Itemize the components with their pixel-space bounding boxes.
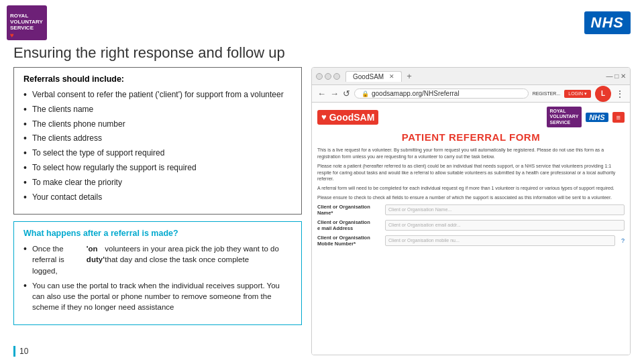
after-referral-box: What happens after a referral is made? O… [13, 221, 302, 325]
hamburger-menu-icon[interactable]: ≡ [612, 112, 625, 123]
browser-content: ♥ GoodSAM ROYALVOLUNTARYSERVICE NHS ≡ PA… [312, 103, 630, 355]
login-button[interactable]: LOGIN ▾ [564, 90, 591, 98]
browser-menu-icon[interactable]: ⋮ [615, 88, 625, 99]
referrals-list: Verbal consent to refer the patient ('cl… [23, 89, 292, 202]
list-item: To make clear the priority [23, 177, 292, 188]
browser-window: GoodSAM ✕ + — □ ✕ ← → ↺ 🔒 goodsamapp.org… [311, 67, 631, 355]
browser-titlebar: GoodSAM ✕ + — □ ✕ [312, 68, 630, 85]
rvs-small-logo: ROYALVOLUNTARYSERVICE [547, 107, 582, 127]
list-item: Once the referral is logged, 'on duty' v… [23, 243, 292, 276]
goodsam-brand-text: GoodSAM [329, 112, 375, 123]
form-label-name: Client or OrganisationName* [317, 204, 381, 216]
input-placeholder: Client or Organisation Name... [388, 207, 451, 212]
info-text-1: This is a live request for a volunteer. … [317, 147, 625, 160]
form-row-mobile: Client or OrganisationMobile Number* Cli… [317, 235, 625, 247]
nhs-small-logo: NHS [586, 113, 608, 122]
content-area: Referrals should include: Verbal consent… [0, 67, 644, 355]
register-label: REGISTER... [533, 91, 561, 96]
page-title: Ensuring the right response and follow u… [0, 43, 644, 67]
tab-add-icon[interactable]: + [407, 71, 412, 81]
help-icon[interactable]: ? [621, 237, 625, 244]
list-item: The clients name [23, 104, 292, 115]
tab-close-icon[interactable]: ✕ [389, 73, 394, 80]
list-item: To select the type of support required [23, 147, 292, 159]
page-bar [13, 346, 15, 357]
lock-icon: 🔒 [362, 90, 369, 97]
refresh-button[interactable]: ↺ [343, 88, 350, 99]
form-input-name[interactable]: Client or Organisation Name... [385, 204, 625, 215]
top-bar: ROYAL VOLUNTARY SERVICE ♥ NHS [0, 0, 644, 43]
list-item: You can use the portal to track when the… [23, 280, 292, 312]
input-placeholder: Client or Organisation mobile nu... [388, 238, 460, 243]
list-item: To select how regularly the support is r… [23, 162, 292, 174]
referrals-box: Referrals should include: Verbal consent… [13, 67, 302, 215]
info-text-3: A referral form will need to be complete… [317, 185, 625, 192]
input-placeholder: Client or Organisation email addr... [388, 223, 461, 227]
form-input-email[interactable]: Client or Organisation email addr... [385, 220, 625, 231]
patient-referral-title: PATIENT REFERRAL FORM [317, 131, 625, 143]
back-button[interactable]: ← [317, 88, 326, 99]
after-referral-heading: What happens after a referral is made? [23, 229, 292, 238]
list-item: Verbal consent to refer the patient ('cl… [23, 89, 292, 101]
browser-close-btn[interactable] [316, 73, 323, 80]
list-item: Your contact details [23, 192, 292, 203]
user-avatar: L [601, 90, 605, 97]
form-row-email: Client or Organisatione mail Address Cli… [317, 219, 625, 231]
left-panel: Referrals should include: Verbal consent… [13, 67, 302, 355]
rvs-logo: ROYAL VOLUNTARY SERVICE ♥ [7, 5, 47, 40]
form-label-email: Client or Organisatione mail Address [317, 219, 381, 231]
tab-label: GoodSAM [353, 73, 384, 80]
svg-text:VOLUNTARY: VOLUNTARY [10, 19, 44, 25]
info-text-4: Please ensure to check to check all fiel… [317, 194, 625, 201]
page-number: 10 [19, 347, 28, 356]
referrals-heading: Referrals should include: [23, 74, 292, 84]
header-logos: ROYALVOLUNTARYSERVICE NHS ≡ [547, 107, 625, 127]
address-bar[interactable]: 🔒 goodsamapp.org/NHSreferral [354, 88, 529, 99]
form-row-name: Client or OrganisationName* Client or Or… [317, 204, 625, 216]
goodsam-logo: ♥ GoodSAM [317, 110, 378, 125]
goodsam-logo-block: ♥ GoodSAM [317, 110, 378, 125]
svg-text:ROYAL: ROYAL [10, 13, 28, 19]
nhs-logo: NHS [584, 11, 631, 34]
page-number-area: 10 [13, 346, 28, 357]
browser-max-btn[interactable] [333, 73, 340, 80]
url-text: goodsamapp.org/NHSreferral [372, 90, 460, 97]
forward-button[interactable]: → [330, 88, 339, 99]
list-item: The clients phone number [23, 119, 292, 130]
heart-icon: ♥ [321, 112, 327, 122]
browser-tab[interactable]: GoodSAM ✕ [345, 71, 402, 82]
form-label-mobile: Client or OrganisationMobile Number* [317, 235, 381, 247]
bold-text: 'on duty' [87, 243, 105, 265]
form-input-mobile[interactable]: Client or Organisation mobile nu... [385, 235, 615, 246]
svg-text:♥: ♥ [10, 32, 14, 39]
window-controls: — □ ✕ [606, 72, 626, 80]
browser-min-btn[interactable] [325, 73, 331, 80]
info-text-2: Please note a patient (hereafter referre… [317, 163, 625, 182]
login-area: REGISTER... LOGIN ▾ [533, 90, 591, 98]
list-item: The clients address [23, 133, 292, 144]
browser-addressbar: ← → ↺ 🔒 goodsamapp.org/NHSreferral REGIS… [312, 85, 630, 103]
after-referral-list: Once the referral is logged, 'on duty' v… [23, 243, 292, 312]
goodsam-header: ♥ GoodSAM ROYALVOLUNTARYSERVICE NHS ≡ [317, 107, 625, 127]
svg-text:SERVICE: SERVICE [10, 25, 34, 31]
